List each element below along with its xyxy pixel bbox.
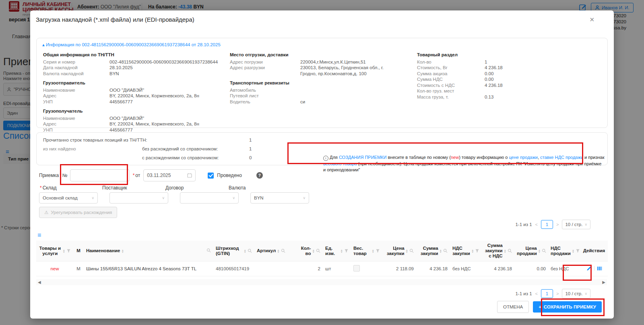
search-icon[interactable] <box>248 249 252 253</box>
provedeno-checkbox[interactable] <box>208 173 214 179</box>
col-gtin[interactable]: Штрихкод (GTIN)▲▼ <box>213 241 254 261</box>
info-collapse-link[interactable]: ▴ Информация по 002-4811562900006-006090… <box>42 42 221 47</box>
table-menu-icon[interactable]: ≡ <box>37 232 41 239</box>
filter-icon[interactable] <box>376 249 380 253</box>
page-size-select[interactable]: 10 / стр.∨ <box>562 289 590 298</box>
search-icon[interactable] <box>508 249 512 253</box>
chevron-down-icon: ∨ <box>232 196 235 200</box>
search-icon[interactable] <box>281 249 285 253</box>
filter-icon[interactable] <box>66 249 71 253</box>
search-icon[interactable] <box>542 249 546 253</box>
col-sale-vat[interactable]: НДС продажи▲▼ <box>548 241 580 261</box>
search-icon[interactable] <box>409 249 414 253</box>
required-asterisk: * <box>133 173 135 178</box>
search-icon[interactable] <box>443 249 448 253</box>
supplier-label: Поставщик <box>102 185 165 191</box>
sort-icon[interactable]: ▲▼ <box>277 249 279 253</box>
date-input[interactable]: 03.11.2025 <box>143 169 196 181</box>
col-weight[interactable]: Вес. товар▲▼ <box>351 241 382 261</box>
sort-icon[interactable]: ▲▼ <box>312 249 315 253</box>
next-page-icon[interactable]: > <box>556 291 559 296</box>
col-unit[interactable]: Ед. изм.▲▼ <box>323 241 351 261</box>
section-title: Грузоотправитель <box>43 80 224 86</box>
product-name: Шины 155/65R13 SAILUN Atrezzo 4 Seasons … <box>84 261 213 276</box>
col-m[interactable]: М <box>73 241 84 261</box>
pagination-bottom: 1-1 из 1 < 1 > 10 / стр.∨ <box>515 289 590 298</box>
notice-link[interactable]: весового товара <box>323 161 357 166</box>
sort-icon[interactable]: ▲▼ <box>63 249 65 253</box>
supplier-select[interactable]: ∨ <box>109 192 168 204</box>
filter-icon[interactable] <box>475 249 479 253</box>
contract-select[interactable]: ∨ <box>180 192 239 204</box>
prev-page-icon[interactable]: < <box>535 291 538 296</box>
currency-label: Валюта <box>229 185 292 191</box>
stat-value: 1 <box>249 138 252 142</box>
close-icon[interactable]: ✕ <box>589 16 594 23</box>
scroll-left-icon[interactable]: ◀ <box>38 280 41 284</box>
filter-icon[interactable] <box>576 249 580 253</box>
filter-icon[interactable] <box>344 249 349 253</box>
new-tag: new <box>36 261 73 276</box>
upload-invoice-modal: Загрузка накладной (*.xml файла) или (ED… <box>30 10 614 319</box>
qty-value: 2 <box>293 261 323 276</box>
resolve-discrepancies-button[interactable]: ⚠ Урегулировать расхождения <box>39 207 117 218</box>
horizontal-scrollbar[interactable]: ◀ ▶ <box>36 279 607 285</box>
next-page-icon[interactable]: > <box>556 222 559 227</box>
current-page[interactable]: 1 <box>541 289 553 298</box>
col-artikul[interactable]: Артикул▲▼ <box>254 241 293 261</box>
sort-icon[interactable]: ▲▼ <box>341 249 343 253</box>
sort-icon[interactable]: ▲▼ <box>406 249 408 253</box>
col-sale-price[interactable]: Цена продажи▲▼ <box>514 241 548 261</box>
col-purchase-sum[interactable]: Сумма закупки▲▼ <box>416 241 450 261</box>
modal-footer-buttons: ОТМЕНА + СОХРАНИТЬ ПРИЕМКУ <box>497 301 602 313</box>
notice-link[interactable]: ставке НДС продажи <box>540 155 583 160</box>
search-icon[interactable] <box>316 249 320 253</box>
notice-link[interactable]: СОЗДАНИЯ ПРИЕМКИ <box>339 155 387 160</box>
sort-icon[interactable]: ▲▼ <box>372 249 374 253</box>
table-row[interactable]: new М Шины 155/65R13 SAILUN Atrezzo 4 Se… <box>36 261 608 276</box>
search-icon[interactable] <box>206 248 211 253</box>
currency-select[interactable]: BYN∨ <box>250 192 309 204</box>
row-actions <box>586 266 602 271</box>
scroll-right-icon[interactable]: ▶ <box>602 280 605 284</box>
sort-icon[interactable]: ▲▼ <box>244 249 246 253</box>
purchase-price-value: 2 118.09 <box>382 261 416 276</box>
col-purchase-vat[interactable]: НДС закупки▲▼ <box>450 241 480 261</box>
info-column-general: Общая информация по ТН/ТТН Серия и номер… <box>43 50 224 133</box>
purchase-sum-value: 4 236.18 <box>416 261 450 276</box>
notice-link[interactable]: цене продажи <box>509 155 538 160</box>
sort-icon[interactable]: ▲▼ <box>538 249 541 253</box>
page-size-select[interactable]: 10 / стр.∨ <box>562 220 590 229</box>
help-icon[interactable]: ? <box>256 172 263 179</box>
prev-page-icon[interactable]: < <box>535 222 538 227</box>
collapse-icon: ▴ <box>42 42 45 47</box>
section-title: Общая информация по ТН/ТТН <box>43 52 224 58</box>
purchase-sum-vat-value: 4 236.18 <box>480 261 514 276</box>
sort-icon[interactable]: ▲▼ <box>471 249 474 253</box>
warehouse-select[interactable]: Основной склад∨ <box>39 192 98 204</box>
stat-label: из них найдено <box>43 146 76 151</box>
col-purchase-price[interactable]: Цена закупки▲▼ <box>382 241 416 261</box>
current-page[interactable]: 1 <box>541 220 553 229</box>
info-column-goods: Товарный раздел Кол-во1 Стоимость, Br4 2… <box>417 50 578 100</box>
save-acceptance-button[interactable]: + СОХРАНИТЬ ПРИЕМКУ <box>533 301 602 313</box>
edit-pencil-icon[interactable] <box>586 266 592 271</box>
section-title: Грузополучатель <box>43 108 224 114</box>
sort-icon[interactable]: ▲▼ <box>121 249 124 253</box>
selects-row: Основной склад∨ ∨ ∨ BYN∨ <box>39 192 309 204</box>
col-qty[interactable]: Кол-во▲▼ <box>293 241 323 261</box>
col-goods-services[interactable]: Товары и услуги▲▼ <box>36 241 73 261</box>
section-title: Товарный раздел <box>417 52 578 58</box>
gtin-value: 4810065017419 <box>213 261 254 276</box>
barcode-icon[interactable] <box>597 266 602 271</box>
weight-checkbox[interactable] <box>353 265 360 272</box>
col-name[interactable]: Наименование▲▼ <box>84 241 213 261</box>
priemka-number-input[interactable] <box>70 169 130 181</box>
sort-icon[interactable]: ▲▼ <box>440 249 442 253</box>
sort-icon[interactable]: ▲▼ <box>504 249 506 253</box>
pagination-range: 1-1 из 1 <box>515 291 532 296</box>
cancel-button[interactable]: ОТМЕНА <box>497 301 529 313</box>
number-label: № <box>62 173 68 178</box>
col-purchase-sum-vat[interactable]: Сумма закупки с НДС▲▼ <box>480 241 514 261</box>
sort-icon[interactable]: ▲▼ <box>572 249 574 253</box>
